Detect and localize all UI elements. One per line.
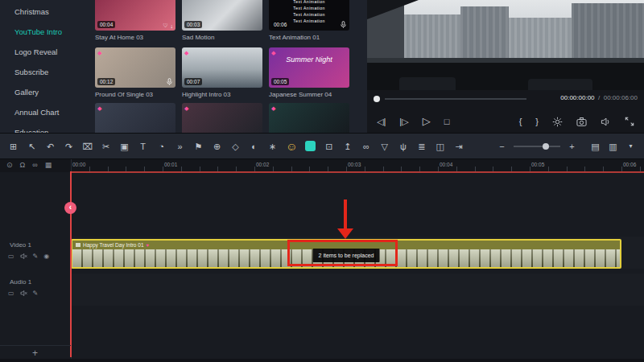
sidebar-item-annual-chart[interactable]: Annual Chart bbox=[0, 102, 90, 122]
preview-settings-gear-icon[interactable] bbox=[552, 117, 563, 127]
next-frame-button[interactable]: |▷ bbox=[399, 116, 408, 127]
template-card[interactable]: 00:04 ♡ ↓ bbox=[95, 0, 175, 31]
template-card[interactable]: ◆ 00:07 bbox=[182, 47, 262, 88]
template-card-label: Pround Of Single 03 bbox=[95, 91, 153, 98]
card-action-icons[interactable]: ♡ ↓ bbox=[163, 23, 173, 29]
playhead-line[interactable] bbox=[70, 171, 72, 357]
ruler-label: 00:01 bbox=[164, 162, 177, 167]
duration-badge: 00:12 bbox=[97, 78, 115, 85]
audio-lane[interactable] bbox=[71, 274, 644, 306]
template-card-label: Stay At Home 03 bbox=[95, 34, 143, 41]
mute-speaker-icon[interactable] bbox=[20, 290, 27, 297]
mute-speaker-icon[interactable] bbox=[20, 253, 27, 260]
mark-out-icon[interactable]: } bbox=[535, 116, 539, 127]
voiceover-mic-icon[interactable] bbox=[340, 20, 347, 29]
seek-bar[interactable] bbox=[385, 98, 526, 100]
keyframe-icon[interactable]: ◇ bbox=[230, 140, 241, 153]
auto-ripple-icon[interactable]: ⇥ bbox=[453, 140, 464, 153]
undo-icon[interactable]: ↶ bbox=[45, 140, 56, 153]
playhead-handle[interactable]: ‹ bbox=[64, 202, 76, 214]
zoom-out-icon[interactable]: − bbox=[497, 140, 507, 153]
zoom-in-icon[interactable]: + bbox=[567, 140, 577, 153]
more-caret-icon[interactable]: ▾ bbox=[625, 140, 636, 153]
download-icon[interactable]: ↓ bbox=[171, 23, 174, 29]
track-height-icon[interactable]: ▤ bbox=[590, 140, 601, 153]
plugin-icon[interactable]: ⊡ bbox=[324, 140, 334, 153]
shield-icon[interactable]: ▽ bbox=[379, 140, 390, 153]
folder-icon[interactable]: ▭ bbox=[8, 290, 14, 297]
effects-icon[interactable]: ∗ bbox=[267, 140, 278, 153]
text-tool-icon[interactable]: T bbox=[138, 140, 148, 153]
seat-shape bbox=[399, 77, 456, 90]
sidebar-item-subscribe[interactable]: Subscribe bbox=[0, 62, 90, 82]
total-time: 00:00:06:00 bbox=[604, 94, 638, 101]
ruler-label: 00:02 bbox=[256, 162, 269, 167]
previous-frame-button[interactable]: ◁| bbox=[377, 116, 386, 127]
sticker-emoji-icon[interactable]: ☺ bbox=[286, 140, 297, 153]
track-fx-icon[interactable]: ✎ bbox=[33, 290, 39, 297]
crop-icon[interactable]: ▣ bbox=[119, 140, 130, 153]
media-icon[interactable]: ⊞ bbox=[8, 140, 19, 153]
mask-icon[interactable]: ◐ bbox=[249, 140, 259, 153]
transition-icon[interactable]: » bbox=[175, 140, 185, 153]
speed-icon[interactable]: ◔ bbox=[156, 140, 167, 153]
redo-icon[interactable]: ↷ bbox=[64, 140, 74, 153]
fullscreen-icon[interactable] bbox=[625, 117, 634, 126]
export-frame-icon[interactable]: ↥ bbox=[342, 140, 353, 153]
zoom-slider-knob[interactable] bbox=[543, 143, 549, 150]
voiceover-mic-icon[interactable] bbox=[166, 77, 173, 86]
layout-icon[interactable]: ▥ bbox=[608, 140, 618, 153]
marker-icon[interactable]: ⚑ bbox=[193, 140, 204, 153]
sidebar-item-gallery[interactable]: Gallery bbox=[0, 82, 90, 102]
seek-handle[interactable] bbox=[374, 96, 380, 102]
speaker-icon[interactable] bbox=[601, 117, 611, 127]
card-action-icons[interactable] bbox=[340, 20, 347, 29]
duration-badge: 00:05 bbox=[271, 78, 289, 85]
play-button[interactable]: ▷ bbox=[423, 116, 431, 127]
select-cursor-icon[interactable]: ↖ bbox=[27, 140, 37, 153]
favorite-heart-icon[interactable]: ♡ bbox=[163, 23, 167, 29]
motion-track-icon[interactable]: ⊕ bbox=[212, 140, 222, 153]
scene-building bbox=[404, 14, 460, 63]
voiceover-mic-icon[interactable]: ψ bbox=[398, 140, 408, 153]
template-card[interactable]: ◆ Summer Night 00:05 bbox=[269, 47, 349, 88]
sidebar-item-education[interactable]: Education bbox=[0, 122, 90, 133]
sidebar-item-youtube-intro[interactable]: YouTube Intro bbox=[0, 22, 90, 42]
template-card[interactable]: ◆ bbox=[269, 103, 349, 133]
timeline-settings-icon[interactable]: ⊙ bbox=[6, 161, 13, 169]
template-card-label: Highlight Intro 03 bbox=[182, 91, 230, 98]
zoom-slider[interactable] bbox=[514, 146, 560, 147]
link-icon[interactable]: ∞ bbox=[361, 140, 371, 153]
card-action-icons[interactable] bbox=[166, 77, 173, 86]
clip-title: Happy Travel Day Intro 01 bbox=[83, 242, 144, 248]
template-card[interactable]: ◆ 00:12 bbox=[95, 47, 175, 88]
gutter-bottom-line bbox=[0, 345, 71, 346]
window-corner bbox=[367, 0, 419, 19]
audio-mixer-icon[interactable]: ≣ bbox=[416, 140, 427, 153]
sidebar-item-christmas[interactable]: Christmas bbox=[0, 2, 90, 22]
preview-video[interactable] bbox=[367, 0, 644, 90]
add-track-button[interactable]: + bbox=[32, 348, 38, 359]
timeline-ruler[interactable]: ⊙ Ω ∞ ▦ 00:00 00:01 00:02 00:03 00:04 00… bbox=[0, 159, 644, 172]
sidebar-item-logo-reveal[interactable]: Logo Reveal bbox=[0, 42, 90, 62]
snap-magnet-icon[interactable]: Ω bbox=[20, 161, 26, 169]
preview-panel: 00:00:00:00 / 00:00:06:00 ◁| |▷ ▷ □ { } bbox=[367, 0, 644, 133]
snapshot-icon[interactable]: ◫ bbox=[435, 140, 445, 153]
premium-gem-icon: ◆ bbox=[184, 50, 188, 56]
template-card[interactable]: Text Animation Text Animation Text Anima… bbox=[269, 0, 349, 31]
folder-icon[interactable]: ▭ bbox=[8, 253, 14, 260]
link-clips-icon[interactable]: ∞ bbox=[32, 161, 37, 169]
mark-in-icon[interactable]: { bbox=[519, 116, 522, 127]
split-scissors-icon[interactable]: ✂ bbox=[101, 140, 111, 153]
timeline-scrollbar[interactable] bbox=[0, 359, 644, 362]
render-preview-icon[interactable]: ▦ bbox=[45, 161, 52, 169]
track-visibility-eye-icon[interactable]: ◉ bbox=[43, 253, 49, 260]
snapshot-camera-icon[interactable] bbox=[576, 117, 587, 127]
template-card[interactable]: 00:03 bbox=[182, 0, 262, 31]
stop-button[interactable]: □ bbox=[444, 116, 450, 127]
template-card[interactable]: ◆ bbox=[95, 103, 175, 133]
track-fx-icon[interactable]: ✎ bbox=[33, 253, 39, 260]
template-card[interactable]: ◆ bbox=[182, 103, 262, 133]
green-screen-icon[interactable] bbox=[305, 141, 316, 151]
delete-icon[interactable]: ⌧ bbox=[82, 140, 93, 153]
